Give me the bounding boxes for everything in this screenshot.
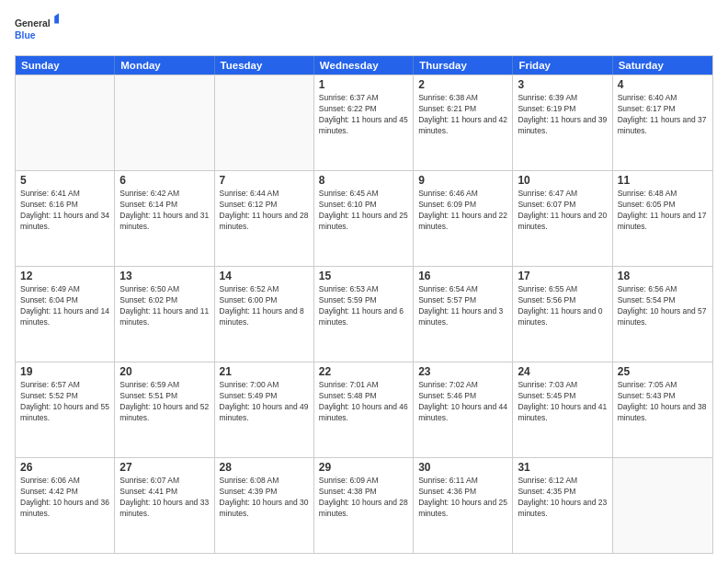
logo-svg: General Blue bbox=[15, 11, 59, 48]
day-number: 13 bbox=[119, 270, 209, 282]
day-info: Sunrise: 6:42 AMSunset: 6:14 PMDaylight:… bbox=[119, 189, 209, 233]
day-cell-14: 14Sunrise: 6:52 AMSunset: 6:00 PMDayligh… bbox=[215, 267, 314, 362]
day-number: 10 bbox=[518, 174, 607, 187]
day-info: Sunrise: 6:12 AMSunset: 4:35 PMDaylight:… bbox=[518, 476, 607, 520]
day-info: Sunrise: 6:49 AMSunset: 6:04 PMDaylight:… bbox=[20, 284, 109, 328]
day-info: Sunrise: 6:07 AMSunset: 4:41 PMDaylight:… bbox=[119, 476, 209, 520]
day-cell-empty bbox=[115, 75, 214, 170]
header-day-thursday: Thursday bbox=[414, 56, 513, 75]
day-info: Sunrise: 6:55 AMSunset: 5:56 PMDaylight:… bbox=[518, 284, 607, 328]
header-day-tuesday: Tuesday bbox=[215, 56, 314, 75]
day-cell-2: 2Sunrise: 6:38 AMSunset: 6:21 PMDaylight… bbox=[414, 75, 513, 170]
day-number: 2 bbox=[418, 78, 507, 91]
day-cell-18: 18Sunrise: 6:56 AMSunset: 5:54 PMDayligh… bbox=[613, 267, 712, 362]
day-number: 17 bbox=[518, 270, 607, 282]
calendar-body: 1Sunrise: 6:37 AMSunset: 6:22 PMDaylight… bbox=[16, 75, 712, 553]
day-cell-1: 1Sunrise: 6:37 AMSunset: 6:22 PMDaylight… bbox=[314, 75, 414, 170]
day-number: 7 bbox=[220, 174, 309, 187]
day-number: 19 bbox=[20, 365, 109, 378]
day-info: Sunrise: 6:57 AMSunset: 5:52 PMDaylight:… bbox=[20, 380, 109, 424]
day-info: Sunrise: 6:54 AMSunset: 5:57 PMDaylight:… bbox=[418, 284, 507, 328]
day-cell-30: 30Sunrise: 6:11 AMSunset: 4:36 PMDayligh… bbox=[414, 458, 513, 553]
day-info: Sunrise: 7:03 AMSunset: 5:45 PMDaylight:… bbox=[518, 380, 607, 424]
svg-text:General: General bbox=[15, 18, 51, 29]
header-day-monday: Monday bbox=[115, 56, 214, 75]
day-info: Sunrise: 6:09 AMSunset: 4:38 PMDaylight:… bbox=[319, 476, 408, 520]
day-cell-16: 16Sunrise: 6:54 AMSunset: 5:57 PMDayligh… bbox=[414, 267, 513, 362]
day-cell-4: 4Sunrise: 6:40 AMSunset: 6:17 PMDaylight… bbox=[613, 75, 712, 170]
day-info: Sunrise: 6:47 AMSunset: 6:07 PMDaylight:… bbox=[518, 189, 607, 233]
day-number: 3 bbox=[518, 78, 607, 91]
day-info: Sunrise: 6:45 AMSunset: 6:10 PMDaylight:… bbox=[319, 189, 408, 233]
day-cell-26: 26Sunrise: 6:06 AMSunset: 4:42 PMDayligh… bbox=[16, 458, 115, 553]
day-number: 20 bbox=[119, 365, 209, 378]
day-cell-empty bbox=[16, 75, 115, 170]
day-number: 26 bbox=[20, 461, 109, 474]
day-info: Sunrise: 6:59 AMSunset: 5:51 PMDaylight:… bbox=[119, 380, 209, 424]
day-cell-6: 6Sunrise: 6:42 AMSunset: 6:14 PMDaylight… bbox=[115, 171, 214, 266]
day-info: Sunrise: 6:08 AMSunset: 4:39 PMDaylight:… bbox=[220, 476, 309, 520]
day-info: Sunrise: 6:37 AMSunset: 6:22 PMDaylight:… bbox=[319, 93, 408, 137]
day-cell-empty bbox=[215, 75, 314, 170]
day-info: Sunrise: 6:39 AMSunset: 6:19 PMDaylight:… bbox=[518, 93, 607, 137]
day-info: Sunrise: 6:11 AMSunset: 4:36 PMDaylight:… bbox=[418, 476, 507, 520]
day-info: Sunrise: 6:52 AMSunset: 6:00 PMDaylight:… bbox=[220, 284, 309, 328]
day-number: 16 bbox=[418, 270, 507, 282]
day-info: Sunrise: 6:38 AMSunset: 6:21 PMDaylight:… bbox=[418, 93, 507, 137]
day-info: Sunrise: 7:05 AMSunset: 5:43 PMDaylight:… bbox=[618, 380, 708, 424]
day-number: 30 bbox=[418, 461, 507, 474]
day-number: 14 bbox=[220, 270, 309, 282]
day-cell-19: 19Sunrise: 6:57 AMSunset: 5:52 PMDayligh… bbox=[16, 362, 115, 457]
day-cell-13: 13Sunrise: 6:50 AMSunset: 6:02 PMDayligh… bbox=[115, 267, 214, 362]
logo: General Blue bbox=[15, 11, 59, 48]
day-number: 6 bbox=[119, 174, 209, 187]
day-info: Sunrise: 6:44 AMSunset: 6:12 PMDaylight:… bbox=[220, 189, 309, 233]
day-cell-23: 23Sunrise: 7:02 AMSunset: 5:46 PMDayligh… bbox=[414, 362, 513, 457]
svg-marker-2 bbox=[54, 13, 59, 23]
day-cell-empty bbox=[613, 458, 712, 553]
header-day-sunday: Sunday bbox=[16, 56, 115, 75]
day-info: Sunrise: 6:40 AMSunset: 6:17 PMDaylight:… bbox=[618, 93, 708, 137]
day-cell-12: 12Sunrise: 6:49 AMSunset: 6:04 PMDayligh… bbox=[16, 267, 115, 362]
day-number: 12 bbox=[20, 270, 109, 282]
day-number: 21 bbox=[220, 365, 309, 378]
week-row-4: 19Sunrise: 6:57 AMSunset: 5:52 PMDayligh… bbox=[16, 362, 712, 457]
svg-text:Blue: Blue bbox=[15, 30, 36, 40]
day-cell-31: 31Sunrise: 6:12 AMSunset: 4:35 PMDayligh… bbox=[513, 458, 612, 553]
calendar-header: SundayMondayTuesdayWednesdayThursdayFrid… bbox=[16, 56, 712, 75]
day-number: 11 bbox=[618, 174, 708, 187]
day-number: 23 bbox=[418, 365, 507, 378]
day-cell-17: 17Sunrise: 6:55 AMSunset: 5:56 PMDayligh… bbox=[513, 267, 612, 362]
page: General Blue SundayMondayTuesdayWednesda… bbox=[0, 0, 728, 563]
day-cell-15: 15Sunrise: 6:53 AMSunset: 5:59 PMDayligh… bbox=[314, 267, 414, 362]
week-row-5: 26Sunrise: 6:06 AMSunset: 4:42 PMDayligh… bbox=[16, 457, 712, 553]
day-cell-25: 25Sunrise: 7:05 AMSunset: 5:43 PMDayligh… bbox=[613, 362, 712, 457]
day-number: 15 bbox=[319, 270, 408, 282]
week-row-3: 12Sunrise: 6:49 AMSunset: 6:04 PMDayligh… bbox=[16, 266, 712, 362]
day-info: Sunrise: 6:50 AMSunset: 6:02 PMDaylight:… bbox=[119, 284, 209, 328]
day-number: 4 bbox=[618, 78, 708, 91]
day-number: 24 bbox=[518, 365, 607, 378]
day-number: 1 bbox=[319, 78, 408, 91]
header-day-friday: Friday bbox=[513, 56, 612, 75]
day-cell-10: 10Sunrise: 6:47 AMSunset: 6:07 PMDayligh… bbox=[513, 171, 612, 266]
day-info: Sunrise: 7:00 AMSunset: 5:49 PMDaylight:… bbox=[220, 380, 309, 424]
day-cell-5: 5Sunrise: 6:41 AMSunset: 6:16 PMDaylight… bbox=[16, 171, 115, 266]
day-number: 18 bbox=[618, 270, 708, 282]
day-cell-22: 22Sunrise: 7:01 AMSunset: 5:48 PMDayligh… bbox=[314, 362, 414, 457]
day-number: 27 bbox=[119, 461, 209, 474]
day-number: 31 bbox=[518, 461, 607, 474]
day-info: Sunrise: 6:56 AMSunset: 5:54 PMDaylight:… bbox=[618, 284, 708, 328]
day-info: Sunrise: 7:02 AMSunset: 5:46 PMDaylight:… bbox=[418, 380, 507, 424]
header-day-wednesday: Wednesday bbox=[314, 56, 414, 75]
day-cell-28: 28Sunrise: 6:08 AMSunset: 4:39 PMDayligh… bbox=[215, 458, 314, 553]
day-number: 25 bbox=[618, 365, 708, 378]
day-cell-3: 3Sunrise: 6:39 AMSunset: 6:19 PMDaylight… bbox=[513, 75, 612, 170]
day-cell-29: 29Sunrise: 6:09 AMSunset: 4:38 PMDayligh… bbox=[314, 458, 414, 553]
header-day-saturday: Saturday bbox=[613, 56, 712, 75]
day-cell-20: 20Sunrise: 6:59 AMSunset: 5:51 PMDayligh… bbox=[115, 362, 214, 457]
day-info: Sunrise: 6:46 AMSunset: 6:09 PMDaylight:… bbox=[418, 189, 507, 233]
day-cell-24: 24Sunrise: 7:03 AMSunset: 5:45 PMDayligh… bbox=[513, 362, 612, 457]
day-info: Sunrise: 6:41 AMSunset: 6:16 PMDaylight:… bbox=[20, 189, 109, 233]
week-row-1: 1Sunrise: 6:37 AMSunset: 6:22 PMDaylight… bbox=[16, 75, 712, 170]
